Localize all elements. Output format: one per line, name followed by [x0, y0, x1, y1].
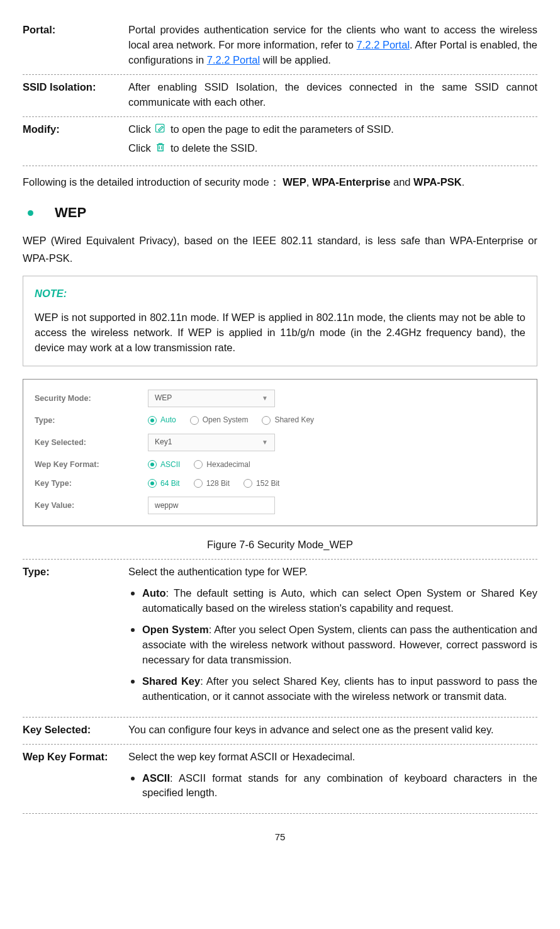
- note-label: NOTE:: [35, 286, 525, 301]
- chevron-down-icon: ▼: [262, 438, 268, 448]
- wep-description: WEP (Wired Equivalent Privacy), based on…: [23, 232, 537, 276]
- radio-format-ascii[interactable]: ASCII: [148, 459, 180, 470]
- radio-icon: [194, 460, 203, 469]
- radio-type-shared-key[interactable]: Shared Key: [262, 415, 314, 425]
- key-type-radio-group: 64 Bit 128 Bit 152 Bit: [148, 478, 279, 489]
- list-item: Shared Key: After you select Shared Key,…: [128, 674, 537, 704]
- list-item: Auto: The default setting is Auto, which…: [128, 586, 537, 616]
- wep-key-format-intro: Select the wep key format ASCII or Hexad…: [128, 750, 537, 765]
- figure-caption: Figure 7-6 Security Mode_WEP: [23, 534, 537, 559]
- text: Following is the detailed introduction o…: [23, 176, 283, 188]
- edit-icon: [154, 122, 167, 135]
- radio-icon: [262, 416, 271, 425]
- text: will be applied.: [260, 54, 331, 65]
- value-ssid-isolation: After enabling SSID Isolation, the devic…: [128, 80, 537, 110]
- trash-icon: [154, 141, 167, 154]
- text: Click: [128, 142, 154, 154]
- radio-icon: [190, 416, 199, 425]
- security-modes-intro: Following is the detailed introduction o…: [23, 166, 537, 199]
- text: WPA-PSK: [413, 176, 462, 188]
- value-modify: Click to open the page to edit the param…: [128, 122, 537, 160]
- bullet-dot-icon: [28, 210, 33, 216]
- note-box: NOTE: WEP is not supported in 802.11n mo…: [23, 276, 537, 366]
- list-item: Open System: After you select Open Syste…: [128, 622, 537, 668]
- fig-label-key-value: Key Value:: [35, 500, 148, 511]
- label-type: Type:: [23, 565, 128, 710]
- wep-heading-text: WEP: [55, 203, 86, 223]
- text: .: [462, 176, 465, 188]
- value-portal: Portal provides authentication service f…: [128, 23, 537, 68]
- page-number: 75: [23, 814, 537, 844]
- row-ssid-isolation: SSID Isolation: After enabling SSID Isol…: [23, 75, 537, 117]
- value-wep-key-format: Select the wep key format ASCII or Hexad…: [128, 750, 537, 808]
- radio-icon: [194, 479, 203, 488]
- radio-format-hex[interactable]: Hexadecimal: [194, 459, 250, 470]
- row-type: Type: Select the authentication type for…: [23, 559, 537, 717]
- text: WEP: [283, 176, 306, 188]
- fig-label-key-type: Key Type:: [35, 478, 148, 489]
- fig-label-key-selected: Key Selected:: [35, 437, 148, 448]
- key-selected-select[interactable]: Key1 ▼: [148, 434, 275, 451]
- label-wep-key-format: Wep Key Format:: [23, 750, 128, 808]
- type-radio-group: Auto Open System Shared Key: [148, 415, 314, 425]
- radio-keytype-128[interactable]: 128 Bit: [194, 478, 230, 489]
- radio-icon: [244, 479, 252, 488]
- radio-type-open-system[interactable]: Open System: [190, 415, 249, 425]
- label-portal: Portal:: [23, 23, 128, 68]
- select-value: WEP: [155, 393, 172, 403]
- text: and: [390, 176, 413, 188]
- radio-keytype-152[interactable]: 152 Bit: [244, 478, 279, 489]
- link-portal-2[interactable]: 7.2.2 Portal: [207, 54, 260, 65]
- radio-icon: [148, 460, 157, 469]
- fig-label-type: Type:: [35, 415, 148, 426]
- text: WPA-Enterprise: [312, 176, 390, 188]
- type-intro: Select the authentication type for WEP.: [128, 565, 537, 580]
- note-text: WEP is not supported in 802.11n mode. If…: [35, 310, 525, 356]
- radio-icon: [148, 479, 157, 488]
- row-portal: Portal: Portal provides authentication s…: [23, 18, 537, 75]
- text: to open the page to edit the parameters …: [171, 123, 394, 135]
- chevron-down-icon: ▼: [262, 394, 268, 403]
- label-key-selected: Key Selected:: [23, 723, 128, 738]
- text: Click: [128, 123, 154, 135]
- text: ,: [306, 176, 312, 188]
- radio-type-auto[interactable]: Auto: [148, 415, 176, 425]
- value-key-selected: You can configure four keys in advance a…: [128, 723, 537, 738]
- radio-keytype-64[interactable]: 64 Bit: [148, 478, 180, 489]
- row-key-selected: Key Selected: You can configure four key…: [23, 718, 537, 745]
- fig-label-security-mode: Security Mode:: [35, 393, 148, 404]
- wep-heading: WEP: [23, 199, 537, 232]
- row-wep-key-format: Wep Key Format: Select the wep key forma…: [23, 745, 537, 814]
- radio-icon: [148, 416, 157, 425]
- link-portal-1[interactable]: 7.2.2 Portal: [357, 39, 410, 50]
- figure-security-wep: Security Mode: WEP ▼ Type: Auto Open Sys…: [23, 379, 537, 526]
- value-type: Select the authentication type for WEP. …: [128, 565, 537, 710]
- label-modify: Modify:: [23, 122, 128, 160]
- security-mode-select[interactable]: WEP ▼: [148, 390, 275, 407]
- text: to delete the SSID.: [171, 142, 258, 154]
- key-value-input[interactable]: weppw: [148, 497, 275, 514]
- input-value: weppw: [155, 500, 178, 511]
- wep-key-format-radio-group: ASCII Hexadecimal: [148, 459, 250, 470]
- list-item: ASCII: ASCII format stands for any combi…: [128, 771, 537, 801]
- row-modify: Modify: Click to open the page to edit t…: [23, 117, 537, 167]
- select-value: Key1: [155, 437, 172, 448]
- fig-label-wep-key-format: Wep Key Format:: [35, 459, 148, 470]
- label-ssid-isolation: SSID Isolation:: [23, 80, 128, 110]
